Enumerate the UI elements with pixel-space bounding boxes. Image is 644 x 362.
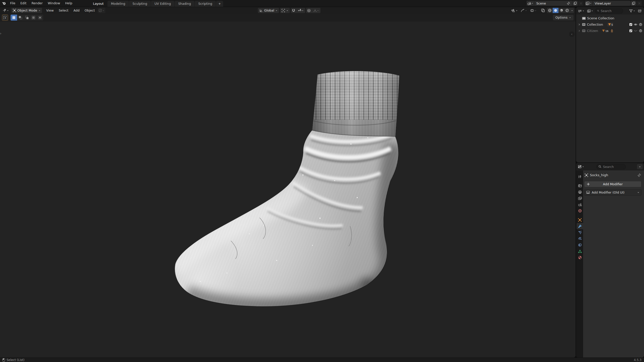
mouse-icon xyxy=(3,358,5,362)
tab-constraints[interactable] xyxy=(577,242,583,248)
select-mode-set[interactable] xyxy=(11,15,17,21)
outliner-editor-type-dropdown[interactable] xyxy=(577,8,585,14)
view-layer-browse-button[interactable] xyxy=(585,1,592,6)
toolbar-expand-arrow[interactable]: › xyxy=(0,31,2,35)
add-modifier-button[interactable]: Add Modifier xyxy=(584,181,641,187)
tab-uv-editing[interactable]: UV Editing xyxy=(151,1,174,7)
select-mode-subtract[interactable] xyxy=(24,15,30,21)
camera-toggle-icon[interactable] xyxy=(639,23,642,26)
tab-material[interactable] xyxy=(577,254,583,261)
eye-closed-icon[interactable] xyxy=(634,29,637,32)
outliner-row-citizen[interactable]: Citizen 16 xyxy=(576,28,644,34)
active-tool-select-box[interactable] xyxy=(2,15,8,21)
transform-orientation-dropdown[interactable]: Global xyxy=(258,8,279,13)
properties-search[interactable] xyxy=(596,164,626,169)
tab-modifiers[interactable] xyxy=(577,223,583,229)
pin-icon[interactable] xyxy=(567,2,570,5)
add-workspace-button[interactable]: + xyxy=(216,1,223,7)
object-visibility-dropdown[interactable] xyxy=(510,8,519,13)
tab-scripting[interactable]: Scripting xyxy=(195,1,216,7)
menu-add[interactable]: Add xyxy=(71,7,82,14)
scene-name-field[interactable]: Scene xyxy=(534,1,572,6)
select-mode-intersect[interactable] xyxy=(37,15,43,21)
topbar: File Edit Render Window Help Layout Mode… xyxy=(0,0,644,7)
checkbox-checked-icon[interactable] xyxy=(629,29,632,32)
outliner-header xyxy=(576,7,644,15)
menu-file[interactable]: File xyxy=(8,0,18,7)
menu-help[interactable]: Help xyxy=(63,0,75,7)
sock-3d-model[interactable] xyxy=(0,21,576,357)
outliner-filter-dropdown[interactable] xyxy=(628,8,636,14)
tab-shading[interactable]: Shading xyxy=(175,1,194,7)
tab-sculpting[interactable]: Sculpting xyxy=(129,1,151,7)
remove-view-layer-button[interactable] xyxy=(636,1,642,6)
outliner-row-scene-collection[interactable]: Scene Collection xyxy=(576,15,644,21)
tab-scene[interactable] xyxy=(577,201,583,208)
new-collection-button[interactable] xyxy=(637,8,643,14)
options-dropdown[interactable]: Options xyxy=(553,15,574,20)
tab-output[interactable] xyxy=(577,189,583,195)
chevron-down-icon xyxy=(525,10,527,12)
properties-options-dropdown[interactable] xyxy=(637,164,643,169)
outliner-search-input[interactable] xyxy=(601,9,621,13)
delete-scene-button[interactable] xyxy=(578,1,584,6)
pin-icon[interactable] xyxy=(637,173,641,177)
shading-solid-button[interactable] xyxy=(553,8,558,13)
outliner-search[interactable] xyxy=(595,8,623,14)
new-scene-button[interactable] xyxy=(572,1,578,6)
falloff-curve-icon xyxy=(313,9,317,12)
menu-edit[interactable]: Edit xyxy=(18,0,29,7)
select-mode-invert[interactable] xyxy=(30,15,37,21)
shading-wireframe-button[interactable] xyxy=(547,8,553,13)
menu-object[interactable]: Object xyxy=(82,7,97,14)
mode-options-dropdown[interactable] xyxy=(98,8,105,13)
viewport-canvas[interactable]: › ‹ xyxy=(0,21,576,357)
checkbox-checked-icon[interactable] xyxy=(629,23,632,26)
expand-chevron-icon[interactable] xyxy=(578,30,581,32)
proportional-falloff-dropdown[interactable] xyxy=(312,8,320,13)
overlays-dropdown[interactable] xyxy=(529,8,538,13)
pivot-point-dropdown[interactable] xyxy=(280,8,290,13)
tab-render[interactable] xyxy=(577,183,583,189)
add-modifier-old-ui-dropdown[interactable]: Add Modifier (Old UI) xyxy=(584,189,641,196)
visibility-icon xyxy=(511,9,515,12)
tab-object[interactable] xyxy=(577,217,583,223)
eye-open-icon[interactable] xyxy=(634,23,637,26)
outliner-row-collection[interactable]: Collection 5 xyxy=(576,21,644,28)
expand-chevron-icon[interactable] xyxy=(578,23,581,26)
shading-rendered-button[interactable] xyxy=(564,8,570,13)
xray-toggle[interactable] xyxy=(540,8,546,13)
snap-settings-dropdown[interactable] xyxy=(297,8,305,13)
shading-material-preview-button[interactable] xyxy=(558,8,564,13)
properties-editor-type-dropdown[interactable] xyxy=(577,164,585,169)
outliner-display-mode-dropdown[interactable] xyxy=(586,8,594,14)
tab-particles[interactable] xyxy=(577,229,583,236)
sidebar-expand-arrow[interactable]: ‹ xyxy=(569,31,575,37)
snap-toggle[interactable] xyxy=(291,8,297,13)
tab-object-data[interactable] xyxy=(577,248,583,254)
menu-select[interactable]: Select xyxy=(56,7,71,14)
tab-world[interactable] xyxy=(577,208,583,214)
tab-layout[interactable]: Layout xyxy=(89,1,107,7)
rendered-shading-icon xyxy=(565,9,569,12)
mode-dropdown[interactable]: Object Mode xyxy=(11,8,42,13)
chevron-down-icon xyxy=(582,10,584,12)
tab-tool[interactable] xyxy=(577,173,583,180)
scene-browse-button[interactable] xyxy=(527,1,534,6)
menu-view[interactable]: View xyxy=(44,7,56,14)
tab-view-layer[interactable] xyxy=(577,195,583,201)
tab-physics[interactable] xyxy=(577,236,583,242)
gizmos-dropdown[interactable] xyxy=(520,8,528,13)
blender-logo-icon[interactable] xyxy=(0,2,8,5)
properties-search-input[interactable] xyxy=(603,165,623,169)
camera-toggle-icon[interactable] xyxy=(639,29,642,32)
view-layer-name-field[interactable]: ViewLayer xyxy=(593,1,630,6)
tab-modeling[interactable]: Modeling xyxy=(107,1,129,7)
shading-options-dropdown[interactable] xyxy=(570,8,574,13)
select-mode-extend[interactable] xyxy=(17,15,24,21)
new-view-layer-button[interactable] xyxy=(631,1,636,6)
proportional-editing-toggle[interactable] xyxy=(306,8,312,13)
menu-window[interactable]: Window xyxy=(45,0,63,7)
editor-type-dropdown[interactable] xyxy=(2,8,10,13)
menu-render[interactable]: Render xyxy=(29,0,45,7)
